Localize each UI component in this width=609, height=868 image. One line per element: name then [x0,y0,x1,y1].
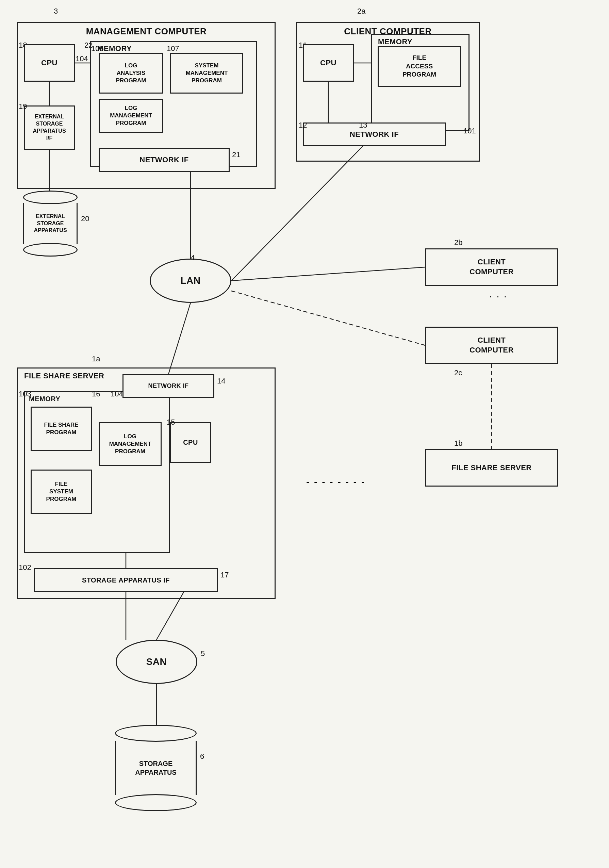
dots-clients: · · · [489,291,508,302]
client-2c-label: CLIENT COMPUTER [470,335,514,355]
storage-apparatus-label: STORAGE APPARATUS [135,759,176,777]
mgmt-network-if-box: NETWORK IF [99,148,230,172]
diagram: MANAGEMENT COMPUTER 3 18 22 CPU EXTERNAL… [0,0,609,868]
svg-line-4 [231,267,425,281]
ref-1a: 1a [92,355,100,363]
server-network-if-box: NETWORK IF [122,374,214,398]
file-access-label: FILE ACCESS PROGRAM [403,54,436,79]
sys-mgmt-label: SYSTEM MANAGEMENT PROGRAM [186,62,228,84]
storage-if-label: STORAGE APPARATUS IF [82,576,170,584]
lan-label: LAN [180,274,200,287]
ref-104-server: 104 [110,390,123,398]
mgmt-cpu-label: CPU [41,58,57,68]
ref-102: 102 [19,563,31,572]
server-network-if-label: NETWORK IF [148,382,189,390]
server-log-mgmt-label: LOG MANAGEMENT PROGRAM [109,433,151,455]
storage-if-box: STORAGE APPARATUS IF [34,568,218,592]
server-1b-label: FILE SHARE SERVER [451,463,532,473]
ext-storage-if-label: EXTERNAL STORAGE APPARATUS I/F [33,113,66,141]
server-cpu-box: CPU [170,422,211,463]
server-1a-label: FILE SHARE SERVER [24,371,104,381]
ref-15: 15 [167,418,175,427]
dots-servers: - - - - - - - - [306,476,366,487]
client-2b-box: CLIENT COMPUTER [425,248,558,286]
svg-line-6 [169,303,191,374]
ext-storage-if-box: EXTERNAL STORAGE APPARATUS I/F [24,105,75,150]
ref-1b: 1b [454,439,462,448]
log-mgmt-prog-box: LOG MANAGEMENT PROGRAM [99,99,163,133]
ref-106: 106 [91,44,104,53]
client-2b-label: CLIENT COMPUTER [470,257,514,277]
file-share-prog-label: FILE SHARE PROGRAM [44,421,78,436]
storage-cylinder: STORAGE APPARATUS [115,725,197,811]
ref-104-mgmt: 104 [76,54,88,63]
server-memory-label-mem: MEMORY [29,394,60,403]
client-2a-network-if-label: NETWORK IF [350,130,399,140]
ext-storage-label: EXTERNAL STORAGE APPARATUS [34,213,67,234]
ref-2a: 2a [357,7,366,16]
server-1b-box: FILE SHARE SERVER [425,449,558,487]
log-analysis-label: LOG ANALYSIS PROGRAM [116,62,146,84]
ref-2b: 2b [454,238,462,247]
file-access-prog-box: FILE ACCESS PROGRAM [378,46,461,87]
svg-line-5 [231,291,425,346]
mgmt-cpu-box: CPU [24,44,75,82]
ref-103: 103 [19,390,31,398]
ref-101: 101 [463,127,476,135]
sys-mgmt-box: SYSTEM MANAGEMENT PROGRAM [170,53,243,94]
client-2c-box: CLIENT COMPUTER [425,327,558,364]
ref-16: 16 [92,390,100,398]
ref-2c: 2c [454,369,462,377]
ref-3: 3 [54,7,58,16]
file-system-prog-label: FILE SYSTEM PROGRAM [46,480,76,503]
ref-21: 21 [232,150,240,159]
lan-ellipse: LAN [150,259,231,303]
ref-19: 19 [19,102,27,111]
svg-line-9 [157,592,184,640]
ref-6: 6 [200,752,204,761]
ref-4: 4 [191,254,195,262]
san-ellipse: SAN [116,640,197,684]
client-2a-cpu-label: CPU [320,58,336,68]
file-system-prog-box: FILE SYSTEM PROGRAM [31,470,92,514]
mgmt-computer-label: MANAGEMENT COMPUTER [86,26,207,37]
server-cpu-label: CPU [183,438,198,447]
san-label: SAN [146,656,167,668]
ref-14: 14 [217,377,225,386]
client-2a-network-if-box: NETWORK IF [303,122,446,146]
ref-17: 17 [220,570,229,580]
log-mgmt-label: LOG MANAGEMENT PROGRAM [110,104,152,127]
client-2a-memory-label: MEMORY [378,37,412,47]
ref-20: 20 [81,214,89,223]
ref-12: 12 [299,121,307,130]
file-share-prog-box: FILE SHARE PROGRAM [31,407,92,451]
mgmt-network-if-label: NETWORK IF [139,155,189,165]
log-analysis-box: LOG ANALYSIS PROGRAM [99,53,163,94]
ref-5: 5 [201,649,205,658]
server-log-mgmt-box: LOG MANAGEMENT PROGRAM [99,422,162,466]
ext-storage-cylinder: EXTERNAL STORAGE APPARATUS [23,191,77,257]
client-2a-cpu-box: CPU [303,44,354,82]
ref-107: 107 [167,44,179,53]
ref-13: 13 [359,121,367,130]
